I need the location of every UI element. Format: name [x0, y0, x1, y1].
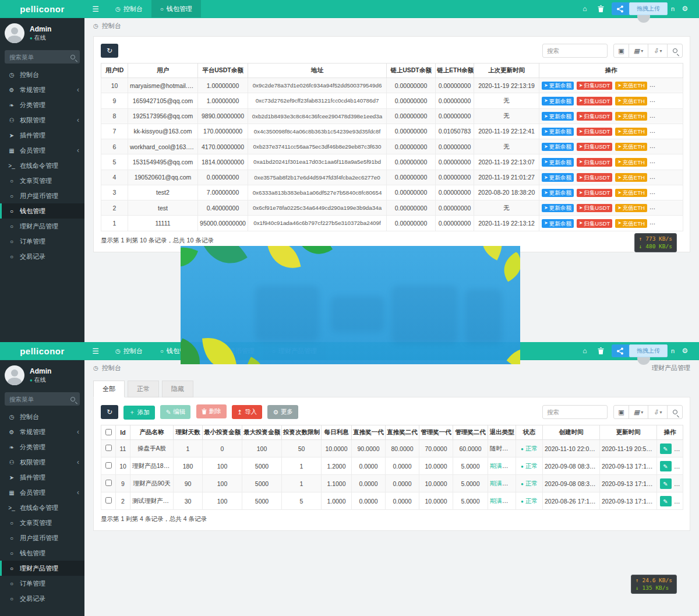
edit-row-button[interactable]: ✎: [660, 443, 672, 454]
column-header[interactable]: 操作: [657, 425, 683, 440]
update-balance-button[interactable]: ➤更新余额: [542, 112, 574, 121]
sidebar-item[interactable]: ○ 理财产品管理 ‹: [0, 219, 84, 234]
sidebar-item[interactable]: ○ 订单管理 ‹: [0, 576, 84, 591]
update-balance-button[interactable]: ➤更新余额: [542, 128, 574, 136]
column-header[interactable]: 退出类型: [488, 425, 516, 440]
collect-eth-button[interactable]: ➤归集ETH: [650, 189, 682, 198]
update-balance-button[interactable]: ➤更新余额: [542, 158, 574, 167]
sidebar-item[interactable]: ⚇ 权限管理 ‹: [0, 455, 84, 470]
recharge-eth-button[interactable]: ➤充值ETH: [615, 173, 647, 182]
nav-tab[interactable]: ○ 钱包管理: [151, 0, 201, 17]
column-header[interactable]: 理财天数: [174, 425, 203, 440]
home-icon[interactable]: ⌂: [577, 347, 593, 355]
recharge-eth-button[interactable]: ➤充值ETH: [615, 219, 647, 228]
column-header[interactable]: 用户ID: [101, 64, 128, 78]
refresh-button[interactable]: ↻: [101, 405, 118, 419]
add-button[interactable]: ＋添加: [123, 406, 155, 420]
collect-usdt-button[interactable]: ➤归集USDT: [577, 143, 613, 152]
column-header[interactable]: 直推奖一代: [352, 425, 386, 440]
collect-eth-button[interactable]: ➤归集ETH: [650, 143, 682, 152]
recharge-eth-button[interactable]: ➤充值ETH: [615, 204, 647, 213]
column-header[interactable]: 投资次数限制: [282, 425, 322, 440]
table-search-input[interactable]: [542, 405, 608, 419]
collect-usdt-button[interactable]: ➤归集USDT: [577, 82, 613, 90]
column-header[interactable]: 管理奖一代: [419, 425, 453, 440]
collect-eth-button[interactable]: ➤归集ETH: [650, 82, 682, 90]
sidebar-item[interactable]: ➤ 插件管理 ‹: [0, 128, 84, 143]
sidebar-item[interactable]: ❧ 分类管理 ‹: [0, 97, 84, 112]
recharge-eth-button[interactable]: ➤充值ETH: [615, 143, 647, 152]
column-header[interactable]: 状态: [516, 425, 543, 440]
sidebar-item[interactable]: ▦ 会员管理 ‹: [0, 143, 84, 158]
recharge-eth-button[interactable]: ➤充值ETH: [615, 189, 647, 198]
edit-row-button[interactable]: ✎: [660, 461, 672, 471]
row-checkbox[interactable]: [105, 445, 112, 451]
sidebar-item[interactable]: ○ 文章页管理 ‹: [0, 173, 84, 188]
share-nodes-icon[interactable]: [612, 344, 629, 357]
delete-row-button[interactable]: [675, 460, 683, 471]
row-checkbox[interactable]: [105, 497, 112, 504]
recharge-eth-button[interactable]: ➤充值ETH: [615, 112, 647, 121]
update-balance-button[interactable]: ➤更新余额: [542, 189, 574, 198]
trash-icon[interactable]: [593, 5, 609, 12]
nav-tab[interactable]: ◷ 控制台: [107, 342, 151, 360]
update-balance-button[interactable]: ➤更新余额: [542, 173, 574, 182]
column-header[interactable]: 最小投资金额: [203, 425, 242, 440]
sidebar-item[interactable]: >_ 在线命令管理 ‹: [0, 158, 84, 173]
column-header[interactable]: 每日利息: [322, 425, 352, 440]
sidebar-item[interactable]: ○ 钱包管理 ‹: [0, 203, 84, 219]
delete-row-button[interactable]: [675, 495, 683, 506]
collect-eth-button[interactable]: ➤归集ETH: [650, 158, 682, 167]
column-header[interactable]: 最大投资金额: [242, 425, 282, 440]
sidebar-item[interactable]: ❧ 分类管理 ‹: [0, 439, 84, 455]
collect-eth-button[interactable]: ➤归集ETH: [650, 97, 682, 105]
collect-usdt-button[interactable]: ➤归集USDT: [577, 219, 613, 228]
sidebar-item[interactable]: ○ 用户提币管理 ‹: [0, 530, 84, 545]
update-balance-button[interactable]: ➤更新余额: [542, 97, 574, 105]
columns-dropdown-button[interactable]: ▦▾: [629, 44, 648, 58]
collect-usdt-button[interactable]: ➤归集USDT: [577, 97, 613, 105]
home-icon[interactable]: ⌂: [577, 5, 593, 13]
sidebar-item[interactable]: ○ 用户提币管理 ‹: [0, 188, 84, 203]
delete-button[interactable]: 删除: [196, 404, 227, 418]
column-header[interactable]: 链上USDT余额: [387, 64, 436, 78]
recharge-eth-button[interactable]: ➤充值ETH: [615, 158, 647, 167]
sidebar-item[interactable]: ⚙ 常规管理 ‹: [0, 424, 84, 439]
status-tab[interactable]: 全部: [93, 381, 125, 397]
collect-usdt-button[interactable]: ➤归集USDT: [577, 158, 613, 167]
refresh-button[interactable]: ↻: [101, 44, 118, 58]
edit-button[interactable]: ✎编辑: [160, 405, 190, 419]
search-button[interactable]: [667, 44, 683, 58]
sidebar-item[interactable]: >_ 在线命令管理 ‹: [0, 500, 84, 515]
sidebar-item[interactable]: ○ 交易记录 ‹: [0, 591, 84, 606]
sidebar-search-input[interactable]: [9, 54, 70, 61]
share-nodes-icon[interactable]: [612, 2, 629, 15]
sidebar-item[interactable]: ○ 交易记录 ‹: [0, 249, 84, 264]
column-header[interactable]: 创建时间: [543, 425, 600, 440]
sidebar-item[interactable]: ○ 钱包管理 ‹: [0, 545, 84, 561]
sidebar-item[interactable]: ○ 文章页管理 ‹: [0, 515, 84, 530]
collect-eth-button[interactable]: ➤归集ETH: [650, 173, 682, 182]
more-button[interactable]: ⚙更多: [267, 405, 298, 419]
drag-upload-button[interactable]: 拖拽上传: [629, 2, 668, 15]
sidebar-item[interactable]: ◷ 控制台 ‹: [0, 409, 84, 424]
hamburger-icon[interactable]: ☰: [84, 342, 107, 360]
collect-eth-button[interactable]: ➤归集ETH: [650, 128, 682, 136]
export-dropdown-button[interactable]: ⇩▾: [648, 405, 668, 419]
sidebar-search-input[interactable]: [9, 396, 70, 403]
update-balance-button[interactable]: ➤更新余额: [542, 82, 574, 90]
edit-row-button[interactable]: ✎: [660, 478, 672, 489]
column-header[interactable]: 地址: [248, 64, 387, 78]
collect-eth-button[interactable]: ➤归集ETH: [650, 112, 682, 121]
cogs-icon[interactable]: ⚙: [677, 5, 693, 13]
card-view-toggle-button[interactable]: ▣: [613, 44, 629, 58]
hamburger-icon[interactable]: ☰: [84, 0, 107, 17]
collect-usdt-button[interactable]: ➤归集USDT: [577, 112, 613, 121]
column-header[interactable]: 链上ETH余额: [436, 64, 474, 78]
sidebar-item[interactable]: ○ 理财产品管理 ‹: [0, 561, 84, 576]
column-header[interactable]: 更新时间: [600, 425, 657, 440]
recharge-eth-button[interactable]: ➤充值ETH: [615, 128, 647, 136]
update-balance-button[interactable]: ➤更新余额: [542, 204, 574, 213]
collect-eth-button[interactable]: ➤归集ETH: [650, 204, 682, 213]
delete-row-button[interactable]: [675, 478, 683, 488]
